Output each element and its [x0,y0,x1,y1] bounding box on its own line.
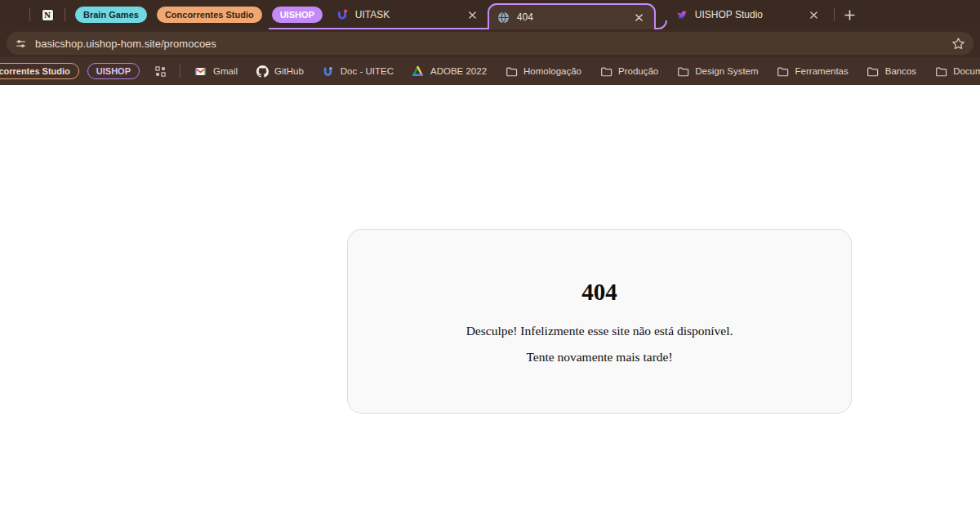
bookmark-label: Bancos [885,66,916,76]
new-tab-button[interactable] [840,4,861,25]
folder-icon [599,65,612,78]
bookmark-label: Design System [695,66,758,76]
bookmark-folder-bancos[interactable]: Bancos [866,65,916,78]
tab-group-chip-concorrentes-studio[interactable]: Concorrentes Studio [157,7,262,23]
tab-close-icon[interactable] [466,8,479,21]
bookmarks-separator [180,65,180,78]
bookmark-adobe-2022[interactable]: ADOBE 2022 [412,65,487,78]
uitec-logo-icon [322,65,335,78]
bookmark-gmail[interactable]: Gmail [194,65,238,78]
drive-icon [412,65,425,78]
tab-uishop-studio[interactable]: UISHOP Studio [667,0,829,29]
gmail-icon [194,65,207,78]
uishop-bird-icon [675,8,688,21]
tab-group-chip-brain-games[interactable]: Brain Games [75,7,147,23]
saved-group-chip-concorrentes-studio[interactable]: Concorrentes Studio [0,63,79,79]
bookmark-label: Ferramentas [795,66,849,76]
tab-separator [65,8,65,21]
bookmark-label: Documentação [953,66,980,76]
tab-title: UISHOP Studio [695,9,801,20]
tab-close-icon[interactable] [808,8,821,21]
address-bar[interactable]: basicshop.uishop-hom.site/promocoes [7,32,973,55]
bookmark-label: Produção [618,66,658,76]
bookmark-star-icon[interactable] [951,37,965,51]
bookmark-folder-documentacao[interactable]: Documentação [934,65,980,78]
tab-title: UITASK [355,9,460,20]
error-code: 404 [581,279,617,306]
folder-icon [934,65,947,78]
tab-bar: N Brain Games Concorrentes Studio UISHOP… [0,0,980,29]
folder-icon [505,65,518,78]
apps-grid-icon[interactable] [150,60,172,82]
bookmark-label: Gmail [213,66,238,76]
folder-icon [676,65,689,78]
tab-group-uishop: UISHOP UITASK 404 [267,0,656,29]
error-message-line1: Desculpe! Infelizmente esse site não est… [466,324,733,338]
tab-404-active[interactable]: 404 [488,3,656,29]
tab-uitask[interactable]: UITASK [327,0,488,29]
bookmark-folder-ferramentas[interactable]: Ferramentas [777,65,849,78]
bookmark-folder-producao[interactable]: Produção [599,65,658,78]
tab-separator [834,8,835,21]
bookmark-folder-homologacao[interactable]: Homologação [505,65,581,78]
pinned-tab-notion[interactable]: N [35,3,60,26]
bookmark-label: GitHub [274,66,304,76]
page-content: 404 Desculpe! Infelizmente esse site não… [0,85,980,528]
notion-icon: N [42,9,54,21]
bookmark-label: Homologação [523,66,581,76]
tab-separator [29,8,30,21]
saved-group-chip-uishop[interactable]: UISHOP [87,63,140,79]
url-text: basicshop.uishop-hom.site/promocoes [35,38,943,50]
tab-close-icon[interactable] [633,11,646,24]
bookmark-label: ADOBE 2022 [430,66,487,76]
error-card: 404 Desculpe! Infelizmente esse site não… [347,229,852,414]
bookmark-label: Doc - UITEC [341,66,394,76]
bookmark-doc-uitec[interactable]: Doc - UITEC [322,65,394,78]
address-toolbar: basicshop.uishop-hom.site/promocoes [0,29,980,57]
bookmark-github[interactable]: GitHub [256,65,304,78]
site-controls-icon[interactable] [15,38,27,50]
bookmarks-bar: Concorrentes Studio UISHOP Gmail GitHu [0,57,980,85]
globe-icon [497,11,510,24]
error-message-line2: Tente novamente mais tarde! [526,350,672,365]
folder-icon [866,65,880,78]
uitask-logo-icon [336,8,349,21]
github-icon [256,65,269,78]
bookmark-folder-design-system[interactable]: Design System [676,65,758,78]
tab-title: 404 [517,11,626,23]
folder-icon [777,65,790,78]
tab-group-chip-uishop[interactable]: UISHOP [272,7,323,23]
